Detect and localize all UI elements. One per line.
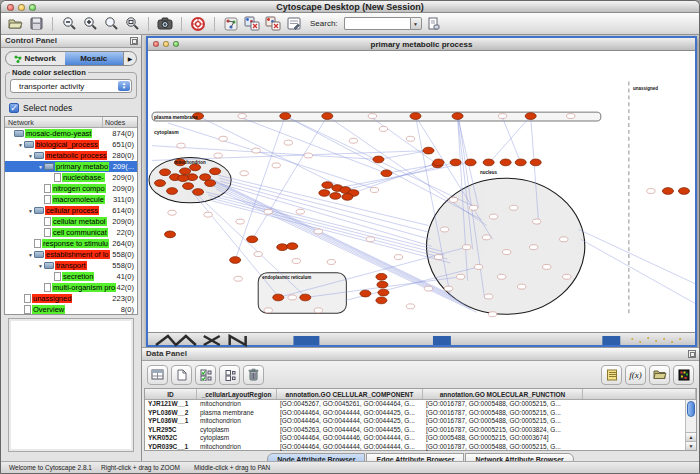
save-session-button[interactable] (27, 15, 45, 32)
small-network-node[interactable] (272, 163, 280, 168)
network-node[interactable] (287, 243, 298, 250)
small-network-node[interactable] (406, 304, 414, 309)
help-button[interactable] (189, 15, 207, 32)
network-edge[interactable] (490, 116, 531, 162)
tree-row[interactable]: ▼cellular process614(0) (5, 205, 137, 216)
network-node[interactable] (483, 159, 494, 166)
tree-row[interactable]: ▼transport558(0) (5, 260, 137, 271)
small-network-node[interactable] (394, 255, 402, 260)
network-node[interactable] (515, 159, 526, 166)
network-edge[interactable] (152, 151, 429, 161)
network-edge[interactable] (327, 116, 486, 225)
small-network-node[interactable] (440, 227, 448, 232)
network-node[interactable] (360, 290, 371, 297)
table-row[interactable]: YPL036W__2plasma membrane[GO:0044464, GO… (145, 409, 696, 418)
open-session-button[interactable] (6, 15, 24, 32)
network-edge[interactable] (581, 239, 695, 303)
tab-overflow-arrow[interactable]: ▶ (123, 52, 136, 65)
notes-button[interactable] (601, 365, 622, 385)
unselect-all-attributes-button[interactable] (219, 365, 240, 385)
zoom-in-button[interactable] (81, 15, 99, 32)
network-node[interactable] (410, 113, 421, 120)
disclosure-triangle-icon[interactable]: ▼ (17, 142, 24, 148)
tree-row[interactable]: mosaic-demo-yeast874(0) (5, 128, 137, 139)
table-row[interactable]: YDR039C__1mitochondrion[GO:0044464, GO:0… (145, 443, 696, 452)
small-network-node[interactable] (647, 189, 655, 194)
network-edge[interactable] (208, 195, 444, 255)
network-canvas[interactable]: plasma membranecytoplasmmitochondrionnuc… (148, 52, 695, 331)
network-node[interactable] (273, 294, 284, 301)
network-window-titlebar[interactable]: primary metabolic process (148, 38, 695, 51)
network-node[interactable] (525, 113, 536, 120)
network-edge[interactable] (503, 118, 521, 162)
select-nodes-checkbox[interactable]: ✓ (9, 103, 19, 113)
small-network-node[interactable] (484, 294, 492, 299)
network-node[interactable] (450, 159, 461, 166)
node-color-dropdown[interactable]: transporter activity ▲▼ (10, 79, 132, 93)
small-network-node[interactable] (509, 205, 517, 210)
small-network-node[interactable] (264, 209, 272, 214)
network-node[interactable] (433, 159, 444, 166)
network-node[interactable] (330, 193, 341, 200)
small-network-node[interactable] (563, 274, 571, 279)
network-node[interactable] (373, 156, 384, 163)
small-network-node[interactable] (543, 264, 551, 269)
network-node[interactable] (167, 188, 178, 195)
disclosure-triangle-icon[interactable]: ▼ (27, 252, 34, 258)
tree-row[interactable]: cellular metabol209(0) (5, 216, 137, 227)
small-network-node[interactable] (489, 214, 497, 219)
small-network-node[interactable] (264, 308, 272, 313)
column-header[interactable]: annotation.GO MOLECULAR_FUNCTION (423, 389, 583, 399)
small-network-node[interactable] (368, 114, 376, 119)
network-node[interactable] (178, 175, 189, 182)
network-node[interactable] (530, 159, 541, 166)
small-network-node[interactable] (234, 276, 242, 281)
small-network-node[interactable] (456, 274, 464, 279)
network-node[interactable] (322, 182, 333, 189)
small-network-node[interactable] (177, 143, 185, 148)
small-network-node[interactable] (236, 219, 244, 224)
close-icon[interactable] (7, 4, 14, 11)
network-node[interactable] (193, 189, 204, 196)
network-node[interactable] (160, 169, 171, 176)
chevron-down-icon[interactable]: ▼ (410, 17, 422, 30)
tab-network[interactable]: Network (6, 52, 65, 65)
small-network-node[interactable] (252, 148, 260, 153)
tree-row[interactable]: nucleobase-209(0) (5, 172, 137, 183)
network-edge[interactable] (579, 229, 695, 283)
create-attribute-button[interactable] (171, 365, 192, 385)
small-network-node[interactable] (462, 245, 470, 250)
network-edge[interactable] (212, 201, 450, 263)
network-edge[interactable] (242, 118, 386, 173)
network-node[interactable] (277, 244, 288, 251)
small-network-node[interactable] (238, 114, 246, 119)
small-network-node[interactable] (529, 245, 537, 250)
network-edge[interactable] (192, 190, 305, 296)
small-network-node[interactable] (533, 219, 541, 224)
scrollbar-thumb[interactable] (687, 401, 695, 417)
tree-row[interactable]: ▼establishment of lo558(0) (5, 249, 137, 260)
network-node[interactable] (662, 188, 673, 195)
small-network-node[interactable] (314, 308, 322, 313)
small-network-node[interactable] (434, 255, 442, 260)
column-header[interactable]: annotation.GO CELLULAR_COMPONENT (277, 389, 423, 399)
delete-attribute-button[interactable] (243, 365, 264, 385)
tab-mosaic[interactable]: Mosaic (65, 52, 124, 65)
create-network-view-button[interactable] (222, 15, 240, 32)
minimize-icon[interactable] (18, 4, 25, 11)
network-node[interactable] (322, 113, 333, 120)
attribute-table-button[interactable] (147, 365, 168, 385)
small-network-node[interactable] (517, 284, 525, 289)
float-panel-icon[interactable] (688, 350, 696, 358)
close-icon[interactable] (153, 41, 159, 47)
network-node[interactable] (376, 273, 387, 280)
network-node[interactable] (210, 168, 221, 175)
small-network-node[interactable] (327, 260, 335, 265)
tree-row[interactable]: unassigned223(0) (5, 293, 137, 304)
function-builder-button[interactable]: f(x) (625, 365, 646, 385)
disclosure-triangle-icon[interactable]: ▼ (27, 153, 34, 159)
birds-eye-view[interactable] (8, 318, 134, 452)
disclosure-triangle-icon[interactable]: ▼ (27, 208, 34, 214)
small-network-node[interactable] (314, 229, 322, 234)
tree-column-network[interactable]: Network (5, 117, 103, 127)
